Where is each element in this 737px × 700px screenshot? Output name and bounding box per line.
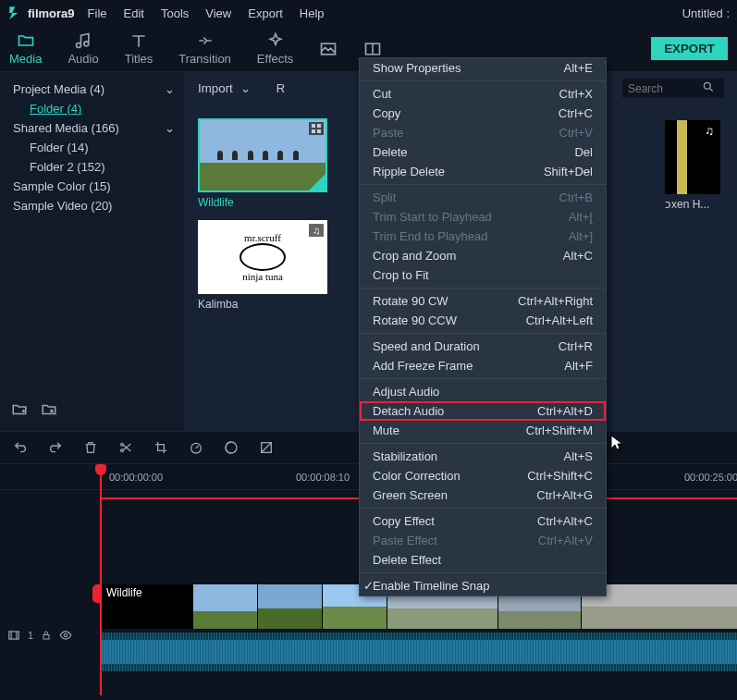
- speed-icon[interactable]: [189, 440, 203, 455]
- audio-track[interactable]: [100, 632, 737, 671]
- menu-item-shortcut: Ctrl+Alt+D: [537, 404, 593, 418]
- sidebar-item[interactable]: Project Media (4)⌄: [0, 80, 184, 99]
- context-menu-item[interactable]: StabilizationAlt+S: [360, 447, 606, 466]
- thumb-label: Wildlife: [198, 192, 327, 209]
- clip-label: Wildlife: [106, 586, 142, 599]
- menu-item-shortcut: Ctrl+Shift+C: [527, 469, 593, 483]
- check-icon: [309, 174, 326, 190]
- menu-item-shortcut: Ctrl+C: [559, 106, 593, 120]
- sidebar-item[interactable]: Sample Video (20): [0, 196, 184, 215]
- context-menu-item[interactable]: MuteCtrl+Shift+M: [360, 421, 606, 440]
- context-menu-item[interactable]: CopyCtrl+C: [360, 104, 606, 123]
- menu-item-label: Mute: [373, 424, 399, 437]
- sidebar-item[interactable]: Shared Media (166)⌄: [0, 118, 184, 138]
- greenscreen-icon[interactable]: [259, 440, 274, 455]
- menu-item-label: Adjust Audio: [373, 385, 439, 399]
- context-menu-item[interactable]: Rotate 90 CWCtrl+Alt+Right: [360, 291, 606, 311]
- eye-icon[interactable]: [59, 629, 72, 642]
- menu-item-label: Paste: [373, 126, 403, 140]
- menu-item-shortcut: Alt+F: [564, 359, 593, 373]
- delete-folder-icon[interactable]: [41, 401, 57, 421]
- split-icon[interactable]: [118, 440, 133, 455]
- chevron-down-icon: ⌄: [240, 81, 251, 95]
- thumb-label: Kalimba: [198, 294, 327, 311]
- menu-item-label: Delete: [373, 145, 408, 159]
- context-menu-item[interactable]: Detach AudioCtrl+Alt+D: [360, 401, 606, 421]
- sidebar-item-label: Folder (14): [30, 141, 89, 154]
- menu-edit[interactable]: Edit: [124, 6, 144, 20]
- chevron-down-icon: ⌄: [165, 82, 175, 96]
- track-header[interactable]: 1: [7, 629, 72, 642]
- delete-icon[interactable]: [83, 440, 98, 455]
- thumb-kalimba[interactable]: mr.scruff ninja tuna ♫ Kalimba: [198, 220, 327, 311]
- tab-transition[interactable]: Transition: [178, 31, 231, 66]
- menu-file[interactable]: File: [88, 6, 107, 20]
- tab-titles[interactable]: Titles: [125, 31, 154, 66]
- menu-item-shortcut: Ctrl+Alt+Left: [526, 313, 593, 327]
- tab-effects[interactable]: Effects: [257, 31, 294, 66]
- tab-audio[interactable]: Audio: [68, 31, 98, 66]
- new-folder-icon[interactable]: [11, 401, 28, 421]
- redo-icon[interactable]: [48, 440, 63, 455]
- search-box[interactable]: [622, 79, 724, 98]
- playhead[interactable]: [100, 464, 102, 695]
- menu-item-label: Ripple Delete: [373, 165, 445, 178]
- context-menu-item[interactable]: DeleteDel: [360, 142, 606, 162]
- sidebar-item[interactable]: Folder (4): [0, 99, 184, 118]
- clip-handle[interactable]: [92, 584, 102, 603]
- svg-point-8: [121, 449, 124, 452]
- context-menu-item[interactable]: Delete Effect: [360, 550, 606, 570]
- undo-icon[interactable]: [13, 440, 28, 455]
- context-menu-item[interactable]: Show PropertiesAlt+E: [360, 58, 606, 78]
- thumb-oxen[interactable]: ♫ ɔxen H...: [665, 120, 720, 211]
- context-menu-item[interactable]: Crop to Fit: [360, 265, 606, 285]
- menu-export[interactable]: Export: [248, 6, 283, 20]
- context-menu-item[interactable]: CutCtrl+X: [360, 84, 606, 104]
- tab-splitscreen[interactable]: [363, 40, 382, 58]
- menu-item-shortcut: Alt+C: [563, 249, 593, 263]
- sidebar-item-label: Sample Video (20): [13, 199, 112, 213]
- export-button[interactable]: EXPORT: [651, 37, 728, 60]
- context-menu-item[interactable]: Add Freeze FrameAlt+F: [360, 356, 606, 375]
- menu-view[interactable]: View: [205, 6, 231, 20]
- crop-icon[interactable]: [154, 440, 168, 455]
- context-menu-item[interactable]: Copy EffectCtrl+Alt+C: [360, 511, 606, 531]
- sidebar-item[interactable]: Sample Color (15): [0, 177, 184, 196]
- project-title: Untitled :: [682, 6, 730, 20]
- menu-item-shortcut: Alt+E: [564, 61, 593, 75]
- lock-icon[interactable]: [41, 630, 52, 641]
- context-menu-item[interactable]: Ripple DeleteShift+Del: [360, 162, 606, 181]
- context-menu-item[interactable]: Speed and DurationCtrl+R: [360, 337, 606, 356]
- time-label: 00:00:25:00: [684, 472, 737, 483]
- context-menu-item[interactable]: Adjust Audio: [360, 382, 606, 401]
- menu-item-shortcut: Ctrl+B: [559, 190, 593, 204]
- sidebar-item-label: Sample Color (15): [13, 179, 111, 193]
- svg-point-9: [191, 443, 202, 453]
- context-menu: Show PropertiesAlt+ECutCtrl+XCopyCtrl+CP…: [359, 57, 607, 596]
- context-menu-item[interactable]: Rotate 90 CCWCtrl+Alt+Left: [360, 311, 606, 330]
- context-menu-item[interactable]: Crop and ZoomAlt+C: [360, 246, 606, 265]
- menu-item-shortcut: Ctrl+X: [559, 87, 593, 101]
- search-input[interactable]: [628, 82, 702, 95]
- context-menu-item: Trim Start to PlayheadAlt+[: [360, 207, 606, 227]
- menu-help[interactable]: Help: [300, 6, 325, 20]
- tab-media[interactable]: Media: [9, 31, 42, 66]
- svg-rect-5: [312, 129, 315, 133]
- record-button[interactable]: R: [276, 81, 285, 95]
- sidebar-item[interactable]: Folder 2 (152): [0, 157, 184, 177]
- svg-rect-6: [317, 129, 321, 133]
- color-icon[interactable]: [224, 440, 239, 455]
- import-button[interactable]: Import ⌄: [198, 81, 251, 95]
- music-note-icon: ♫: [309, 224, 324, 237]
- menu-tools[interactable]: Tools: [161, 6, 189, 20]
- menu-item-shortcut: Del: [574, 145, 593, 159]
- menu-item-shortcut: Alt+]: [569, 229, 593, 243]
- sidebar-item[interactable]: Folder (14): [0, 138, 184, 157]
- svg-rect-13: [9, 632, 19, 639]
- context-menu-item[interactable]: Green ScreenCtrl+Alt+G: [360, 485, 606, 505]
- sidebar-item-label: Folder (4): [30, 102, 81, 116]
- tab-elements[interactable]: [319, 40, 338, 58]
- context-menu-item[interactable]: Color CorrectionCtrl+Shift+C: [360, 466, 606, 485]
- menu-item-label: Enable Timeline Snap: [373, 579, 489, 593]
- context-menu-item[interactable]: ✓Enable Timeline Snap: [360, 576, 606, 596]
